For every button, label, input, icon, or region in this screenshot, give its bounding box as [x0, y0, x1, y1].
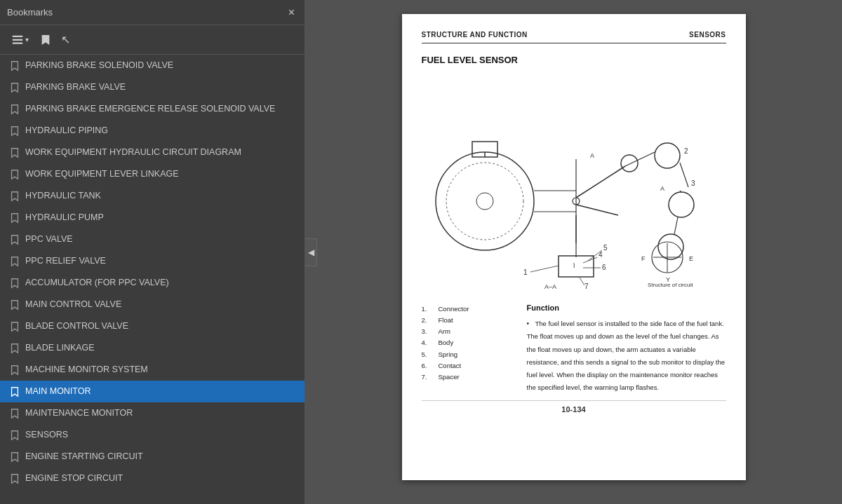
bookmark-item[interactable]: ENGINE STARTING CIRCUIT: [0, 446, 305, 468]
diagram-area: 2 3 A A ⌇: [422, 75, 726, 292]
bookmark-item-icon: [10, 408, 20, 419]
bookmark-item-label: BLADE CONTROL VALVE: [25, 320, 298, 332]
bookmark-item-icon: [10, 147, 20, 158]
part-name: Spring: [439, 349, 457, 360]
svg-line-12: [576, 166, 625, 198]
bookmark-item[interactable]: HYDRAULIC TANK: [0, 185, 305, 207]
bookmark-item-label: SENSORS: [25, 429, 298, 440]
svg-text:1: 1: [523, 268, 528, 276]
bookmark-item-label: PPC VALVE: [25, 233, 298, 245]
svg-line-23: [674, 217, 678, 234]
bookmark-item[interactable]: ENGINE STOP CIRCUIT: [0, 468, 305, 489]
bookmark-item-label: PARKING BRAKE VALVE: [25, 81, 298, 93]
parts-list-item: 1.Connector: [422, 304, 513, 315]
svg-point-3: [436, 152, 534, 250]
bookmark-item-label: ACCUMULATOR (FOR PPC VALVE): [25, 277, 298, 288]
svg-rect-27: [559, 256, 594, 277]
bookmark-item[interactable]: PARKING BRAKE VALVE: [0, 76, 305, 98]
bookmark-item-icon: [10, 430, 20, 441]
bookmark-item-label: MAINTENANCE MONITOR: [25, 407, 298, 418]
bookmark-item-icon: [10, 191, 20, 202]
parts-list-item: 6.Contact: [422, 360, 513, 372]
bookmark-item[interactable]: HYDRAULIC PUMP: [0, 207, 305, 229]
bookmark-item-label: HYDRAULIC PUMP: [25, 212, 298, 223]
bookmark-item-label: PARKING BRAKE EMERGENCE RELEASE SOLENOID…: [25, 103, 298, 114]
fuel-level-sensor-diagram: 2 3 A A ⌇: [422, 75, 723, 292]
svg-line-14: [576, 205, 618, 215]
svg-point-5: [476, 193, 493, 210]
list-view-button[interactable]: ▾: [7, 31, 33, 49]
svg-text:5: 5: [603, 244, 608, 252]
document-page: STRUCTURE AND FUNCTION SENSORS FUEL LEVE…: [402, 14, 746, 480]
parts-list-item: 4.Body: [422, 337, 513, 348]
panel-header: Bookmarks ×: [0, 0, 305, 25]
content-lower: 1.Connector2.Float3.Arm4.Body5.Spring6.C…: [422, 304, 726, 393]
svg-text:A: A: [590, 152, 594, 159]
bookmark-item-label: PARKING BRAKE SOLENOID VALVE: [25, 60, 298, 71]
bookmark-item-label: ENGINE STOP CIRCUIT: [25, 472, 298, 484]
doc-header-right: SENSORS: [689, 31, 726, 39]
bookmark-item[interactable]: BLADE LINKAGE: [0, 337, 305, 359]
part-name: Connector: [439, 304, 469, 315]
doc-title: FUEL LEVEL SENSOR: [422, 55, 726, 65]
svg-rect-1: [13, 39, 22, 40]
part-number: 1.: [422, 304, 436, 315]
bookmark-item[interactable]: PPC RELIEF VALVE: [0, 250, 305, 272]
svg-text:F: F: [641, 255, 646, 262]
bookmark-list: PARKING BRAKE SOLENOID VALVEPARKING BRAK…: [0, 55, 305, 504]
svg-text:A–A: A–A: [544, 283, 556, 290]
bookmark-item[interactable]: SENSORS: [0, 424, 305, 446]
bookmark-item[interactable]: PARKING BRAKE EMERGENCE RELEASE SOLENOID…: [0, 98, 305, 120]
function-title: Function: [527, 304, 726, 312]
parts-list-item: 2.Float: [422, 315, 513, 326]
part-number: 4.: [422, 337, 436, 348]
bookmark-item[interactable]: ACCUMULATOR (FOR PPC VALVE): [0, 272, 305, 294]
bookmark-item-icon: [10, 451, 20, 463]
svg-text:A: A: [660, 185, 664, 192]
svg-text:E: E: [689, 255, 693, 262]
bookmark-item[interactable]: PARKING BRAKE SOLENOID VALVE: [0, 55, 305, 76]
part-name: Body: [439, 337, 454, 348]
chevron-down-icon: ▾: [25, 36, 29, 43]
close-button[interactable]: ×: [286, 6, 298, 20]
doc-footer: 10-134: [422, 400, 726, 414]
bookmark-item-label: WORK EQUIPMENT LEVER LINKAGE: [25, 168, 298, 179]
function-section: Function • The fuel level sensor is inst…: [527, 304, 726, 393]
bookmark-item[interactable]: PPC VALVE: [0, 229, 305, 250]
bookmarks-panel: Bookmarks × ▾ ↖ PARKING BRAKE SOLENOID V…: [0, 0, 305, 504]
panel-toolbar: ▾ ↖: [0, 25, 305, 55]
parts-list-items: 1.Connector2.Float3.Arm4.Body5.Spring6.C…: [422, 304, 513, 383]
bookmark-item-label: HYDRAULIC PIPING: [25, 125, 298, 136]
part-number: 6.: [422, 360, 436, 372]
bookmark-item-icon: [10, 234, 20, 245]
cursor-indicator: ↖: [61, 33, 70, 46]
svg-point-20: [669, 192, 694, 217]
svg-line-17: [625, 152, 655, 166]
doc-header: STRUCTURE AND FUNCTION SENSORS: [422, 31, 726, 43]
collapse-panel-button[interactable]: ◀: [305, 238, 317, 266]
bookmark-item[interactable]: BLADE CONTROL VALVE: [0, 315, 305, 337]
bookmark-item[interactable]: WORK EQUIPMENT LEVER LINKAGE: [0, 163, 305, 185]
svg-line-39: [580, 278, 584, 285]
svg-text:6: 6: [602, 264, 606, 271]
panel-title: Bookmarks: [7, 7, 53, 18]
parts-list-item: 5.Spring: [422, 349, 513, 360]
bookmark-item-label: PPC RELIEF VALVE: [25, 255, 298, 266]
bookmark-item[interactable]: MAIN MONITOR: [0, 381, 305, 402]
bookmark-item-icon: [10, 169, 20, 180]
bookmark-icon: [40, 34, 51, 46]
bookmark-item-label: ENGINE STARTING CIRCUIT: [25, 451, 298, 462]
bookmark-item[interactable]: WORK EQUIPMENT HYDRAULIC CIRCUIT DIAGRAM: [0, 142, 305, 163]
bookmark-item-icon: [10, 104, 20, 115]
parts-list: 1.Connector2.Float3.Arm4.Body5.Spring6.C…: [422, 304, 513, 393]
bookmark-item-label: BLADE LINKAGE: [25, 342, 298, 353]
bookmark-item-label: MACHINE MONITOR SYSTEM: [25, 364, 298, 375]
bookmark-item[interactable]: MAIN CONTROL VALVE: [0, 294, 305, 315]
bookmark-item[interactable]: MAINTENANCE MONITOR: [0, 402, 305, 424]
bookmark-item[interactable]: MACHINE MONITOR SYSTEM: [0, 359, 305, 381]
bookmark-item-icon: [10, 321, 20, 332]
bookmark-item-label: WORK EQUIPMENT HYDRAULIC CIRCUIT DIAGRAM: [25, 147, 298, 158]
part-number: 7.: [422, 372, 436, 383]
bookmark-item[interactable]: HYDRAULIC PIPING: [0, 120, 305, 142]
bookmark-view-button[interactable]: [36, 31, 55, 49]
